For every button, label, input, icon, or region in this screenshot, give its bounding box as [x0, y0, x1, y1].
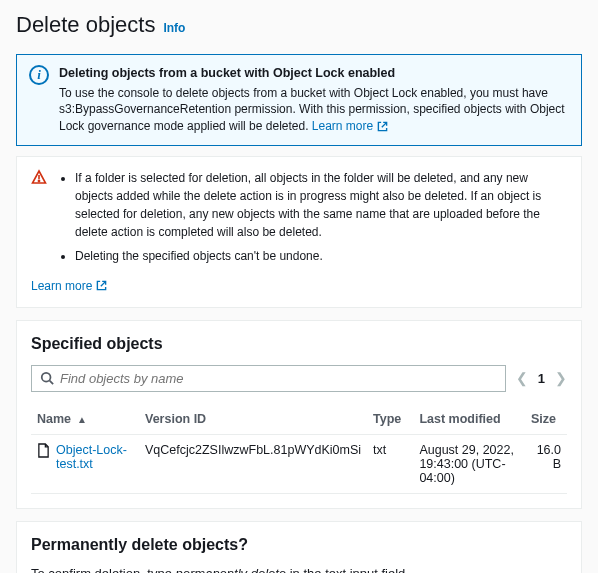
search-icon: [40, 371, 54, 385]
page-number: 1: [538, 371, 545, 386]
external-link-icon: [96, 280, 107, 291]
svg-point-2: [42, 373, 51, 382]
col-modified[interactable]: Last modified: [413, 404, 525, 435]
svg-line-3: [50, 381, 54, 385]
confirm-prompt: To confirm deletion, type permanently de…: [31, 566, 567, 573]
prev-page-button[interactable]: ❮: [516, 370, 528, 386]
info-link[interactable]: Info: [163, 21, 185, 35]
col-version[interactable]: Version ID: [139, 404, 367, 435]
table-row: Object-Lock-test.txt VqCefcjc2ZSIlwzwFbL…: [31, 434, 567, 493]
alert-heading: Deleting objects from a bucket with Obje…: [59, 65, 569, 83]
col-name[interactable]: Name▲: [31, 404, 139, 435]
external-link-icon: [377, 121, 388, 132]
object-link[interactable]: Object-Lock-test.txt: [37, 443, 133, 471]
section-title: Specified objects: [31, 335, 567, 353]
cell-type: txt: [367, 434, 413, 493]
cell-version: VqCefcjc2ZSIlwzwFbL.81pWYdKi0mSi: [139, 434, 367, 493]
search-input[interactable]: [60, 371, 497, 386]
object-lock-alert: i Deleting objects from a bucket with Ob…: [16, 54, 582, 146]
deletion-warning: If a folder is selected for deletion, al…: [16, 156, 582, 308]
col-type[interactable]: Type: [367, 404, 413, 435]
warning-icon: [31, 169, 47, 271]
search-input-wrap[interactable]: [31, 365, 506, 392]
file-icon: [37, 443, 50, 458]
sort-asc-icon: ▲: [77, 414, 87, 425]
page-title: Delete objects: [16, 12, 155, 38]
col-size[interactable]: Size: [525, 404, 567, 435]
confirm-delete-section: Permanently delete objects? To confirm d…: [16, 521, 582, 573]
learn-more-link[interactable]: Learn more: [31, 277, 107, 295]
objects-table: Name▲ Version ID Type Last modified Size…: [31, 404, 567, 494]
pager: ❮ 1 ❯: [516, 370, 567, 386]
warning-item: If a folder is selected for deletion, al…: [75, 169, 567, 241]
cell-size: 16.0 B: [525, 434, 567, 493]
specified-objects-section: Specified objects ❮ 1 ❯ Name▲ Version ID…: [16, 320, 582, 509]
cell-modified: August 29, 2022, 19:43:00 (UTC-04:00): [413, 434, 525, 493]
warning-item: Deleting the specified objects can't be …: [75, 247, 567, 265]
info-icon: i: [29, 65, 49, 85]
next-page-button[interactable]: ❯: [555, 370, 567, 386]
svg-point-1: [38, 180, 39, 181]
section-title: Permanently delete objects?: [31, 536, 567, 554]
learn-more-link[interactable]: Learn more: [312, 118, 388, 135]
